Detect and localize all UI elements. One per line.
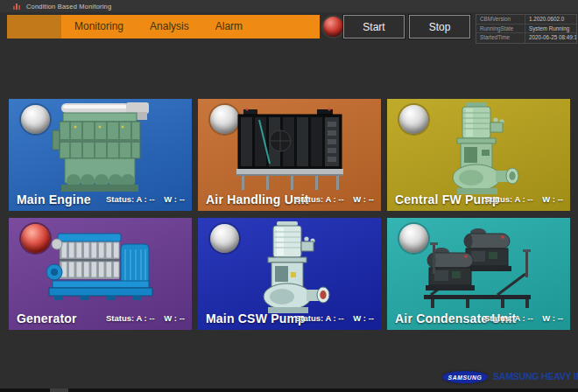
tile-label: Main CSW Pump: [206, 312, 306, 326]
window-title: Condition Based Monitoring: [26, 3, 111, 10]
system-led-indicator: [323, 17, 343, 37]
info-label: StartedTime: [476, 33, 525, 43]
tile-generator[interactable]: Generator Status: A : -- W : --: [9, 218, 192, 330]
info-value: 1.2020.0602.0: [525, 15, 576, 24]
main-engine-image: [35, 101, 166, 197]
tab-monitoring[interactable]: Monitoring: [61, 15, 137, 38]
info-row-version: CBMVersion 1.2020.0602.0: [476, 15, 576, 24]
air-handling-unit-image: [224, 101, 356, 197]
start-button[interactable]: Start: [343, 15, 405, 38]
nav-tabs: Monitoring Analysis Alarm: [61, 15, 256, 38]
tile-air-handling-unit[interactable]: Air Handling Unit Status: A : -- W : --: [198, 99, 381, 211]
tile-status: Status: A : -- W : --: [484, 313, 563, 323]
tile-status: Status: A : -- W : --: [106, 313, 185, 323]
title-bar: Condition Based Monitoring: [0, 0, 578, 12]
stop-button[interactable]: Stop: [409, 15, 470, 38]
tile-main-engine[interactable]: Main Engine Status: A : -- W : --: [9, 99, 192, 211]
tab-analysis[interactable]: Analysis: [137, 15, 202, 38]
tile-label: Generator: [17, 312, 77, 326]
info-label: RunningState: [476, 24, 525, 33]
info-value: 2020-06-25 08:49:14Z: [525, 33, 576, 43]
samsung-logo-text: SAMSUNG: [448, 374, 483, 381]
tile-central-fw-pump[interactable]: Central FW Pump Status: A : -- W : --: [387, 99, 570, 211]
tile-status: Status: A : -- W : --: [484, 194, 563, 204]
tile-main-csw-pump[interactable]: Main CSW Pump Status: A : -- W : --: [198, 218, 381, 330]
generator-image: [35, 220, 166, 316]
samsung-logo: SAMSUNG: [442, 371, 488, 383]
info-row-running-state: RunningState System Running: [476, 24, 576, 34]
tile-status: Status: A : -- W : --: [106, 194, 185, 204]
air-condensate-unit-image: [413, 220, 545, 318]
chart-icon: [13, 3, 21, 10]
app-window: Condition Based Monitoring Monitoring An…: [0, 0, 578, 392]
tile-air-condensate-unit[interactable]: Air Condensate Unit Status: A : -- W : -…: [387, 218, 570, 330]
system-info-table: CBMVersion 1.2020.0602.0 RunningState Sy…: [476, 14, 577, 44]
tab-alarm[interactable]: Alarm: [202, 15, 256, 38]
info-row-started-time: StartedTime 2020-06-25 08:49:14Z: [476, 33, 576, 43]
central-fw-pump-image: [413, 101, 545, 199]
nav-logo-block: [7, 15, 61, 38]
tile-status: Status: A : -- W : --: [295, 194, 374, 204]
taskbar-strip: [0, 388, 578, 392]
tile-label: Air Handling Unit: [206, 192, 309, 206]
tile-status: Status: A : -- W : --: [295, 313, 374, 323]
main-csw-pump-image: [224, 220, 356, 318]
info-label: CBMVersion: [476, 15, 525, 24]
nav-bar: Monitoring Analysis Alarm: [7, 15, 320, 38]
brand-text: SAMSUNG HEAVY INDUSTR: [493, 371, 578, 382]
tile-label: Main Engine: [17, 192, 91, 206]
info-value: System Running: [525, 24, 576, 33]
